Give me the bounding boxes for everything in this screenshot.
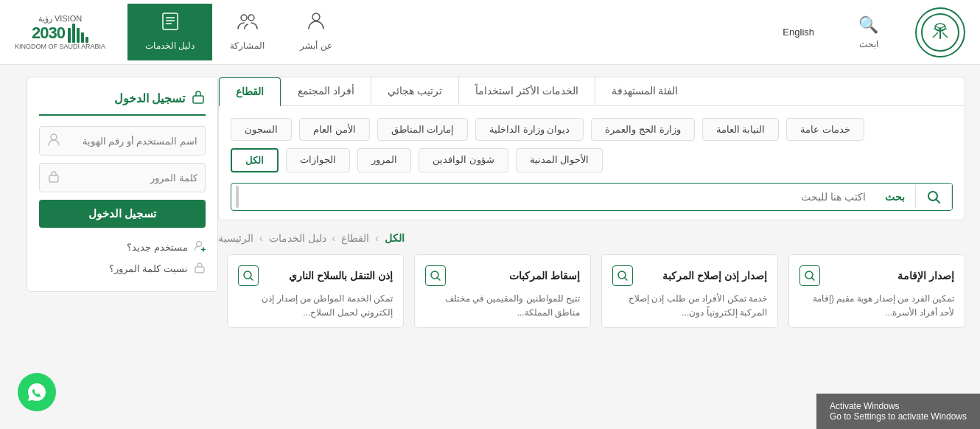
card-isqat-desc: تتيح للمواطنين والمقيمين في مختلف مناطق … — [425, 292, 580, 320]
user-field-icon — [47, 133, 60, 149]
nav-left: 🔍 ابحث English — [775, 7, 965, 57]
svg-line-7 — [942, 32, 948, 38]
tab-akther[interactable]: الخدمات الأكثر استخداماً — [458, 77, 595, 105]
nav-an-bashar-label: عن أبشر — [300, 41, 332, 51]
card-isdar-izn-islah-search[interactable] — [612, 265, 633, 286]
card-isdar-iqama: إصدار الإقامة تمكين الفرد من إصدار هوية … — [788, 254, 965, 328]
filter-ahwal[interactable]: الأحوال المدنية — [516, 148, 603, 172]
filter-tags: خدمات عامة النيابة العامة وزارة الحج وال… — [231, 118, 953, 172]
group-icon — [237, 11, 258, 36]
password-input-row — [39, 163, 206, 192]
login-button[interactable]: تسجيل الدخول — [39, 200, 206, 228]
card-isqat-search[interactable] — [425, 265, 446, 286]
search-icon — [617, 270, 629, 282]
lock-field-icon — [47, 170, 60, 186]
username-input[interactable] — [66, 136, 197, 147]
nav-item-an-bashar[interactable]: عن أبشر — [282, 4, 349, 60]
filter-amn[interactable]: الأمن العام — [299, 118, 370, 141]
forgot-password-label: نسيت كلمة المرور؟ — [109, 263, 188, 274]
card-isdar-iqama-search[interactable] — [799, 265, 820, 286]
tab-qitaa[interactable]: القطاع — [219, 77, 281, 106]
top-navigation: 🔍 ابحث English عن أبشر المشاركة دليل الخ… — [0, 0, 980, 65]
search-icon — [242, 270, 254, 282]
login-box: تسجيل الدخول تسجيل الدخول مستخدم جديد؟ — [27, 77, 218, 292]
nav-daleel-label: دليل الخدمات — [145, 41, 195, 51]
svg-point-26 — [51, 134, 57, 140]
filter-jawazat[interactable]: الجوازات — [286, 148, 350, 172]
tab-afrad[interactable]: أفراد المجتمع — [281, 77, 371, 105]
tab-tarteeb[interactable]: ترتيب هجائي — [371, 77, 458, 105]
card-isdar-izn-islah: إصدار إذن إصلاح المركبة خدمة تمكن الأفرا… — [601, 254, 778, 328]
breadcrumb-all: الكل — [385, 232, 405, 244]
svg-rect-0 — [939, 27, 941, 39]
filter-muroor[interactable]: المرور — [357, 148, 411, 172]
vision-year-text: 2030 — [32, 24, 65, 43]
filter-khidmaat[interactable]: خدمات عامة — [786, 118, 864, 141]
search-bar: بحث — [231, 183, 953, 211]
password-input[interactable] — [66, 172, 197, 184]
new-user-icon — [194, 240, 206, 254]
search-icon — [430, 270, 441, 282]
nav-item-musharaka[interactable]: المشاركة — [212, 4, 282, 60]
filter-hajj[interactable]: وزارة الحج والعمرة — [591, 118, 694, 141]
service-cards: إصدار الإقامة تمكين الفرد من إصدار هوية … — [218, 254, 965, 328]
filter-sujoon[interactable]: السجون — [231, 118, 292, 141]
card-isqat-morkabat: إسقاط المركبات تتيح للمواطنين والمقيمين … — [414, 254, 591, 328]
kingdom-label: KINGDOM OF SAUDI ARABIA — [15, 43, 105, 50]
card-isqat-title: إسقاط المركبات — [509, 270, 580, 282]
new-user-link[interactable]: مستخدم جديد؟ — [39, 237, 206, 258]
svg-line-22 — [438, 278, 441, 281]
vision-2030-logo: رؤية VISION 2030 KINGDOM OF SAUDI ARABIA — [15, 14, 105, 50]
search-icon — [804, 270, 816, 282]
svg-rect-25 — [193, 96, 203, 103]
filter-shu2oon[interactable]: شؤون الوافدين — [419, 148, 508, 172]
saudi-logo — [915, 7, 965, 57]
svg-point-8 — [312, 13, 320, 21]
svg-line-24 — [251, 278, 253, 281]
card-izn-tanadol: إذن التنقل بالسلاح الناري تمكن الخدمة ال… — [227, 254, 404, 328]
svg-line-6 — [933, 32, 938, 38]
main-layout: الفئة المستهدفة الخدمات الأكثر استخداماً… — [0, 65, 980, 340]
search-nav-icon: 🔍 — [858, 15, 878, 35]
svg-rect-31 — [195, 267, 204, 273]
nav-item-daleel[interactable]: دليل الخدمات — [127, 4, 212, 60]
search-nav-item[interactable]: 🔍 ابحث — [844, 8, 893, 57]
sidebar: تسجيل الدخول تسجيل الدخول مستخدم جديد؟ — [27, 77, 218, 328]
bars-chart-icon — [68, 24, 88, 43]
filter-all[interactable]: الكل — [231, 148, 279, 172]
main-content: الفئة المستهدفة الخدمات الأكثر استخداماً… — [218, 77, 965, 328]
svg-line-16 — [937, 200, 940, 203]
filter-imaraat[interactable]: إمارات المناطق — [377, 118, 469, 141]
login-title: تسجيل الدخول — [39, 89, 206, 116]
search-cursor — [236, 186, 239, 208]
login-icon — [191, 89, 206, 107]
svg-point-10 — [248, 15, 254, 21]
search-input[interactable] — [243, 185, 875, 209]
card-izn-tanadol-search[interactable] — [238, 265, 259, 286]
svg-line-20 — [625, 278, 628, 281]
nav-musharaka-label: المشاركة — [230, 41, 265, 51]
forgot-password-link[interactable]: نسيت كلمة المرور؟ — [39, 258, 206, 279]
breadcrumb: الكل › القطاع › دليل الخدمات › الرئيسية — [218, 232, 965, 244]
language-toggle[interactable]: English — [775, 27, 822, 38]
book-icon — [160, 11, 181, 36]
tabs-row: الفئة المستهدفة الخدمات الأكثر استخداماً… — [218, 77, 965, 105]
card-isdar-iqama-desc: تمكين الفرد من إصدار هوية مقيم (إقامة لأ… — [799, 292, 954, 320]
new-user-label: مستخدم جديد؟ — [127, 242, 188, 253]
search-icon — [926, 189, 941, 204]
filter-dakhiliya[interactable]: ديوان وزارة الداخلية — [475, 118, 584, 141]
forgot-password-icon — [194, 262, 206, 276]
card-isdar-izn-islah-desc: خدمة تمكن الأفراد من طلب إذن إصلاح المرك… — [612, 292, 767, 320]
breadcrumb-home: الرئيسية — [218, 232, 253, 244]
search-submit-button[interactable] — [916, 184, 952, 210]
username-input-row — [39, 126, 206, 156]
svg-rect-27 — [49, 175, 58, 182]
card-izn-tanadol-desc: تمكن الخدمة المواطن من إصدار إذن إلكترون… — [238, 292, 393, 320]
breadcrumb-daleel: دليل الخدمات — [269, 232, 326, 244]
filter-box: خدمات عامة النيابة العامة وزارة الحج وال… — [218, 105, 965, 220]
about-icon — [306, 11, 326, 36]
card-isdar-iqama-title: إصدار الإقامة — [897, 270, 954, 282]
search-nav-label: ابحث — [859, 39, 878, 49]
tab-fea[interactable]: الفئة المستهدفة — [595, 77, 695, 105]
filter-niyaba[interactable]: النيابة العامة — [702, 118, 780, 141]
